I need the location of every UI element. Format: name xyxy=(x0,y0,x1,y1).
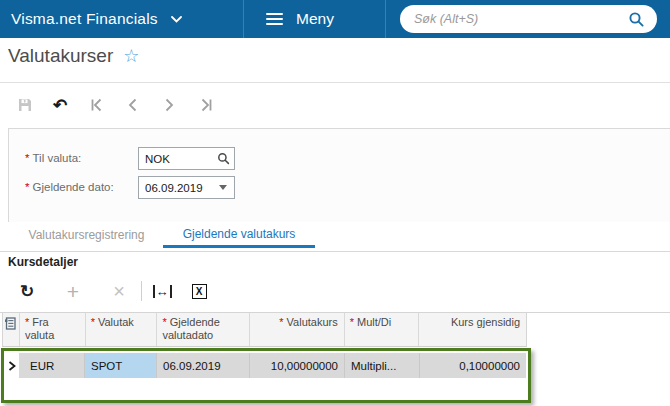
filter-panel xyxy=(8,128,670,222)
effective-date-field xyxy=(138,176,235,199)
delete-row-button[interactable]: × xyxy=(106,278,132,304)
top-navigation-bar: Visma.net Financials Meny xyxy=(0,0,670,38)
go-previous-button[interactable] xyxy=(121,93,145,117)
app-window: Visma.net Financials Meny Valutakurser ☆ xyxy=(0,0,670,406)
current-row-indicator xyxy=(4,353,19,378)
cell-valutakurs[interactable]: 10,00000000 xyxy=(250,353,345,378)
required-marker: * xyxy=(25,152,29,164)
column-header-valutakurs[interactable]: *Valutakurs xyxy=(250,313,345,346)
fit-width-icon: ↔ xyxy=(153,285,172,298)
hamburger-icon xyxy=(266,10,283,28)
plus-icon: + xyxy=(67,281,79,302)
header-divider xyxy=(0,82,670,83)
grid-toolbar: ↻ + × ↔ X xyxy=(0,272,670,312)
go-next-button[interactable] xyxy=(157,93,181,117)
brand-title: Visma.net Financials xyxy=(11,10,158,28)
row-settings-icon xyxy=(5,317,16,330)
excel-icon: X xyxy=(192,284,207,299)
to-currency-field xyxy=(138,147,235,170)
lookup-magnifier-icon[interactable] xyxy=(212,148,234,169)
global-search xyxy=(400,5,657,33)
close-icon: × xyxy=(113,281,125,301)
cell-mult-div[interactable]: Multipli... xyxy=(345,353,420,378)
main-menu-button[interactable]: Meny xyxy=(266,0,334,38)
column-header-fra-valuta[interactable]: *Fra valuta xyxy=(20,313,86,346)
undo-button[interactable]: ↶ xyxy=(48,93,72,117)
column-header-valutakurstype[interactable]: *Valutak xyxy=(86,313,158,346)
tab-strip: Valutakursregistrering Gjeldende valutak… xyxy=(10,222,315,248)
chevron-down-icon xyxy=(171,16,182,23)
grid-settings-cell[interactable] xyxy=(3,313,20,346)
go-first-button[interactable] xyxy=(85,93,109,117)
effective-date-label: *Gjeldende dato: xyxy=(25,181,114,193)
refresh-icon: ↻ xyxy=(20,283,34,300)
chevron-down-icon[interactable] xyxy=(212,177,234,198)
cell-fra-valuta[interactable]: EUR xyxy=(19,353,85,378)
highlight-annotation-box: EUR SPOT 06.09.2019 10,00000000 Multipli… xyxy=(1,348,531,403)
page-title: Valutakurser xyxy=(8,45,113,67)
table-row[interactable]: EUR SPOT 06.09.2019 10,00000000 Multipli… xyxy=(4,353,526,378)
column-header-kurs-gjensidig[interactable]: Kurs gjensidig xyxy=(419,313,526,346)
tab-gjeldende-valutakurs[interactable]: Gjeldende valutakurs xyxy=(163,222,315,248)
topbar-divider xyxy=(385,0,386,38)
row-pointer-icon xyxy=(8,361,16,371)
menu-label: Meny xyxy=(296,10,334,28)
cell-valutakurstype[interactable]: SPOT xyxy=(85,353,157,378)
save-button[interactable] xyxy=(13,93,37,117)
favorite-star-icon[interactable]: ☆ xyxy=(123,47,139,65)
to-currency-input[interactable] xyxy=(139,153,212,165)
toolbar-divider xyxy=(141,281,142,301)
go-last-button[interactable] xyxy=(194,93,218,117)
effective-date-input[interactable] xyxy=(139,182,212,194)
page-header: Valutakurser ☆ xyxy=(8,45,139,67)
column-header-mult-div[interactable]: *Mult/Di xyxy=(345,313,420,346)
search-icon[interactable] xyxy=(625,9,647,30)
record-toolbar: ↶ xyxy=(0,90,670,120)
required-marker: * xyxy=(25,181,29,193)
to-currency-label: *Til valuta: xyxy=(25,152,81,164)
tab-valutakursregistrering[interactable]: Valutakursregistrering xyxy=(10,222,163,248)
column-header-gjeldende-valutadato[interactable]: *Gjeldende valutadato xyxy=(157,313,250,346)
undo-icon: ↶ xyxy=(53,97,67,114)
grid-header-row: *Fra valuta *Valutak *Gjeldende valutada… xyxy=(2,313,527,347)
fit-width-button[interactable]: ↔ xyxy=(149,278,175,304)
cell-kurs-gjensidig[interactable]: 0,10000000 xyxy=(420,353,526,378)
cell-gjeldende-valutadato[interactable]: 06.09.2019 xyxy=(157,353,250,378)
section-header: Kursdetaljer xyxy=(0,251,670,272)
refresh-button[interactable]: ↻ xyxy=(14,278,40,304)
brand-menu[interactable]: Visma.net Financials xyxy=(11,0,182,38)
topbar-divider xyxy=(243,0,244,38)
search-input[interactable] xyxy=(414,12,625,26)
section-title: Kursdetaljer xyxy=(8,255,78,269)
add-row-button[interactable]: + xyxy=(60,278,86,304)
export-excel-button[interactable]: X xyxy=(186,278,212,304)
